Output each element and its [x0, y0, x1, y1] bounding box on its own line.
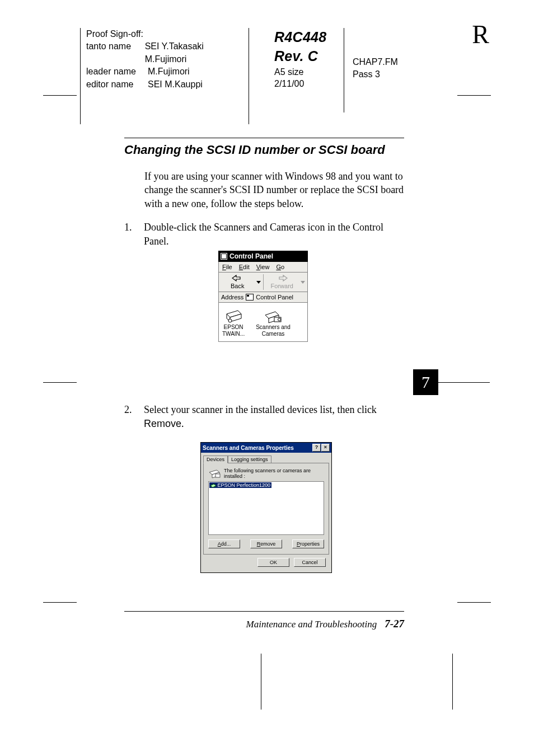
step-2-text-b: . — [181, 418, 184, 429]
address-label: Address — [221, 294, 243, 300]
chapter-tab: 7 — [413, 369, 438, 395]
svg-rect-2 — [222, 254, 226, 259]
section-heading: Changing the SCSI ID number or SCSI boar… — [124, 143, 404, 157]
svg-rect-15 — [216, 474, 220, 477]
cancel-button[interactable]: Cancel — [294, 558, 326, 567]
doc-date: 2/11/00 — [274, 78, 327, 90]
help-button[interactable]: ? — [312, 444, 321, 452]
forward-button: Forward — [264, 273, 301, 292]
leader-label: leader name — [86, 65, 148, 78]
menu-view[interactable]: View — [256, 264, 270, 270]
back-button[interactable]: Back — [219, 273, 256, 292]
crop-mark — [43, 382, 77, 383]
doc-rev: Rev. C — [274, 47, 327, 66]
dialog-title-bar: Scanners and Cameras Properties ? × — [201, 443, 331, 453]
editor-value: SEI M.Kauppi — [148, 78, 203, 91]
step-2-ui-word: Remove — [144, 418, 181, 429]
editor-label: editor name — [86, 78, 148, 91]
svg-point-8 — [228, 319, 232, 322]
step-2-row: 2. Select your scanner in the installed … — [144, 403, 401, 431]
crop-mark — [43, 95, 77, 96]
tab-panel: The following scanners or cameras are in… — [203, 463, 329, 555]
doc-size: A5 size — [274, 66, 327, 78]
control-panel-title-icon — [221, 253, 227, 260]
back-arrow-icon — [232, 275, 243, 281]
scanner-thumb-icon — [208, 468, 221, 478]
footer-section: Maintenance and Troubleshooting — [246, 619, 377, 630]
menu-edit[interactable]: Edit — [239, 264, 250, 270]
tanto-value: SEI Y.Takasaki M.Fujimori — [145, 40, 243, 65]
forward-dropdown-icon — [301, 281, 305, 284]
crop-mark — [43, 602, 77, 603]
menu-file[interactable]: File — [222, 264, 232, 270]
forward-arrow-icon — [277, 275, 288, 281]
back-label: Back — [231, 283, 244, 289]
control-panel-window: Control Panel FileEditViewGo Back Forwar… — [218, 251, 308, 342]
crop-mark — [457, 95, 491, 96]
installed-caption: The following scanners or cameras are in… — [224, 468, 324, 479]
proof-signoff-label: Proof Sign-off: — [86, 28, 243, 40]
svg-rect-4 — [247, 295, 249, 297]
doc-code: R4C448 — [274, 28, 327, 47]
tab-strip: DevicesLogging settings — [201, 453, 331, 463]
address-value: Control Panel — [256, 294, 293, 300]
address-bar: Address Control Panel — [218, 292, 308, 303]
device-item-icon — [210, 483, 216, 488]
tab-logging[interactable]: Logging settings — [228, 456, 271, 463]
step-1-text: Double-click the Scanners and Cameras ic… — [144, 220, 404, 248]
crop-mark — [452, 654, 453, 710]
menu-bar: FileEditViewGo — [218, 262, 308, 273]
scanner-icon — [224, 309, 242, 324]
proof-signoff-block: Proof Sign-off: tanto nameSEI Y.Takasaki… — [80, 28, 249, 124]
forward-label: Forward — [271, 283, 293, 289]
scanners-cameras-item[interactable]: Scanners and Cameras — [256, 309, 291, 337]
doc-id-block: R4C448 Rev. C A5 size 2/11/00 — [274, 28, 344, 112]
epson-twain-item[interactable]: EPSON TWAIN... — [222, 309, 245, 337]
svg-point-12 — [278, 318, 281, 321]
leader-value: M.Fujimori — [148, 65, 190, 78]
back-dropdown-icon[interactable] — [256, 281, 261, 284]
doc-chapfile: CHAP7.FM — [353, 56, 398, 68]
control-panel-addr-icon — [246, 294, 254, 300]
footer-page-number: 7-27 — [385, 618, 404, 630]
svg-marker-16 — [210, 484, 216, 487]
dialog-title: Scanners and Cameras Properties — [203, 445, 294, 451]
epson-twain-label-1: EPSON — [224, 324, 243, 331]
scanners-cameras-label-1: Scanners and — [256, 324, 291, 331]
crop-mark — [438, 382, 490, 383]
toolbar: Back Forward — [218, 273, 308, 292]
scanner-camera-icon — [264, 309, 282, 324]
corner-letter: R — [472, 20, 489, 49]
crop-mark — [261, 654, 261, 710]
tab-devices[interactable]: Devices — [203, 456, 228, 463]
doc-pass: Pass 3 — [353, 68, 398, 81]
step-number: 1. — [124, 220, 144, 248]
title-bar: Control Panel — [218, 251, 308, 262]
footer-rule — [124, 611, 404, 612]
epson-twain-label-2: TWAIN... — [222, 331, 245, 337]
icon-area: EPSON TWAIN... Scanners and Cameras — [218, 303, 308, 342]
step-2-text-a: Select your scanner in the installed dev… — [144, 404, 377, 415]
scanners-cameras-label-2: Cameras — [262, 331, 285, 337]
page-footer: Maintenance and Troubleshooting 7-27 — [124, 618, 404, 630]
add-button[interactable]: Add... — [208, 539, 240, 548]
intro-paragraph: If you are using your scanner with Windo… — [144, 170, 404, 210]
scanners-cameras-dialog: Scanners and Cameras Properties ? × Devi… — [200, 442, 332, 573]
heading-rule — [124, 138, 404, 138]
close-button[interactable]: × — [321, 444, 330, 452]
title-bar-text: Control Panel — [229, 252, 273, 260]
remove-button[interactable]: Remove — [250, 539, 282, 548]
device-list-item[interactable]: EPSON Perfection1200 — [209, 482, 271, 488]
menu-go[interactable]: Go — [276, 264, 284, 270]
tanto-label: tanto name — [86, 40, 145, 65]
device-item-label: EPSON Perfection1200 — [218, 482, 271, 488]
device-listbox[interactable]: EPSON Perfection1200 — [208, 481, 324, 535]
crop-mark — [457, 602, 491, 603]
ok-button[interactable]: OK — [257, 558, 289, 567]
step-number: 2. — [124, 403, 144, 431]
properties-button[interactable]: Properties — [292, 539, 324, 548]
main-content: Changing the SCSI ID number or SCSI boar… — [124, 138, 404, 248]
doc-meta-block: CHAP7.FM Pass 3 — [353, 56, 398, 81]
step-2-text: Select your scanner in the installed dev… — [144, 403, 401, 431]
